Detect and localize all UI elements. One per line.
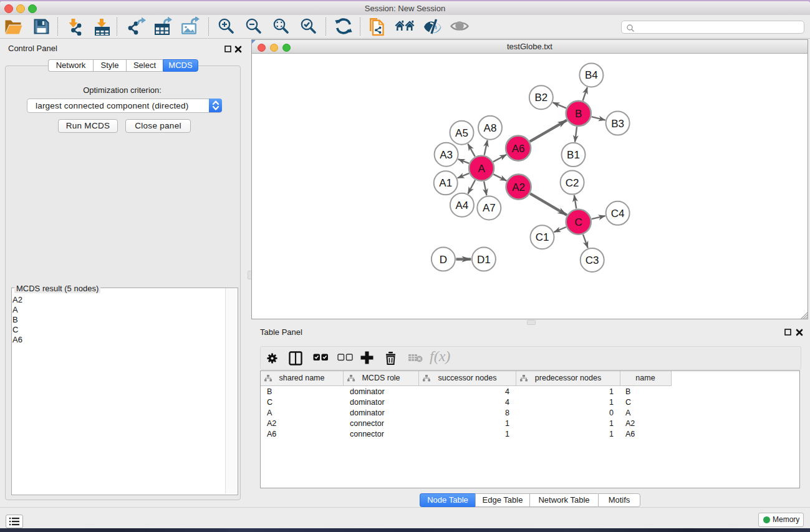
svg-text:A: A <box>478 163 485 175</box>
svg-text:B4: B4 <box>585 69 598 81</box>
svg-text:B3: B3 <box>611 118 624 130</box>
svg-text:A5: A5 <box>455 127 468 139</box>
svg-text:C3: C3 <box>586 254 599 266</box>
svg-text:D: D <box>440 254 447 266</box>
svg-text:C: C <box>575 216 582 228</box>
svg-text:C4: C4 <box>611 208 625 220</box>
svg-text:A3: A3 <box>440 149 453 161</box>
svg-text:A1: A1 <box>439 177 452 189</box>
svg-text:A8: A8 <box>484 122 497 134</box>
svg-text:A4: A4 <box>456 200 469 211</box>
svg-text:B1: B1 <box>567 149 580 161</box>
svg-text:A7: A7 <box>483 202 496 214</box>
svg-text:D1: D1 <box>477 254 491 266</box>
svg-text:A6: A6 <box>512 143 525 155</box>
svg-text:A2: A2 <box>512 181 525 193</box>
svg-text:C1: C1 <box>536 231 549 243</box>
svg-text:C2: C2 <box>566 177 579 189</box>
svg-text:B: B <box>575 108 582 120</box>
svg-text:B2: B2 <box>534 92 547 104</box>
